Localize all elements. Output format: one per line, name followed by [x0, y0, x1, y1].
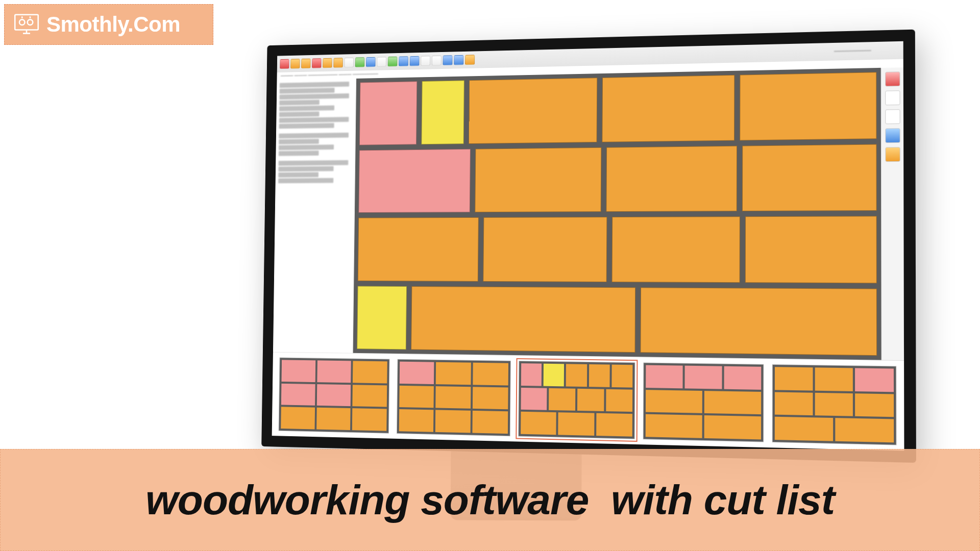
right-tool-palette: [881, 67, 904, 360]
toolbar-icon[interactable]: [388, 56, 398, 66]
app-screen: ——————— ——— ——— ——————— ——— ——————: [272, 41, 904, 451]
toolbar-icon[interactable]: [366, 57, 376, 67]
cut-piece[interactable]: [602, 75, 735, 142]
layout-thumbnail[interactable]: [518, 361, 635, 439]
monitor-gears-icon: [12, 10, 41, 39]
toolbar-icon[interactable]: [280, 59, 289, 68]
toolbar-icon[interactable]: [333, 58, 343, 68]
cut-piece[interactable]: [357, 286, 407, 349]
cut-row: [358, 144, 876, 213]
cut-piece[interactable]: [411, 286, 635, 353]
svg-point-4: [28, 19, 33, 25]
caption-band: woodworking software with cut list: [0, 449, 980, 551]
cut-piece[interactable]: [358, 148, 471, 213]
toolbar-icon[interactable]: [312, 58, 322, 68]
cut-piece[interactable]: [606, 145, 737, 212]
monitor-bezel: ——————— ——— ——— ——————— ——— ——————: [261, 30, 916, 463]
cut-row: [359, 72, 877, 145]
cut-row: [358, 216, 877, 283]
cut-piece[interactable]: [612, 216, 740, 282]
caption-text: woodworking software with cut list: [145, 476, 835, 524]
toolbar-icon[interactable]: [355, 57, 365, 67]
cut-piece[interactable]: [358, 217, 479, 281]
layout-thumbnail[interactable]: [772, 364, 897, 445]
palette-icon[interactable]: [885, 147, 900, 162]
parameter-panel: [273, 79, 356, 353]
layout-thumbnails: [272, 352, 904, 451]
toolbar-icon[interactable]: [454, 55, 463, 65]
brand-badge: Smothly.Com: [4, 4, 213, 45]
cut-piece[interactable]: [469, 78, 597, 143]
palette-icon[interactable]: [885, 90, 900, 105]
cut-piece[interactable]: [359, 81, 418, 145]
toolbar-icon[interactable]: [443, 55, 452, 65]
toolbar-right-text: ———————: [834, 47, 871, 54]
cut-piece[interactable]: [483, 217, 607, 282]
layout-thumbnail[interactable]: [397, 359, 511, 436]
toolbar-icon[interactable]: [344, 57, 354, 67]
cut-row: [357, 286, 877, 356]
cut-piece[interactable]: [422, 80, 464, 144]
toolbar-icon[interactable]: [432, 55, 442, 65]
cut-piece[interactable]: [745, 216, 877, 283]
layout-thumbnail[interactable]: [279, 358, 390, 434]
layout-thumbnail[interactable]: [643, 362, 764, 442]
app-body: [273, 67, 904, 360]
svg-point-3: [19, 19, 25, 25]
palette-icon[interactable]: [885, 71, 900, 86]
toolbar-icon[interactable]: [301, 58, 311, 68]
palette-icon[interactable]: [885, 109, 900, 124]
svg-rect-0: [15, 15, 38, 30]
cut-piece[interactable]: [475, 147, 602, 212]
toolbar-icon[interactable]: [465, 55, 475, 65]
toolbar-icon[interactable]: [399, 56, 408, 66]
toolbar-icon[interactable]: [421, 56, 430, 66]
palette-icon[interactable]: [885, 128, 900, 143]
monitor-mockup: ——————— ——— ——— ——————— ——— ——————: [261, 30, 916, 463]
brand-text: Smothly.Com: [46, 12, 180, 37]
toolbar-icon[interactable]: [323, 58, 332, 68]
cut-piece[interactable]: [742, 144, 877, 211]
cut-piece[interactable]: [640, 287, 877, 356]
toolbar-icon[interactable]: [377, 57, 386, 67]
toolbar-icon[interactable]: [410, 56, 420, 66]
cut-piece[interactable]: [740, 72, 876, 140]
toolbar-icon[interactable]: [290, 59, 300, 68]
cut-layout-sheet[interactable]: [353, 68, 881, 360]
